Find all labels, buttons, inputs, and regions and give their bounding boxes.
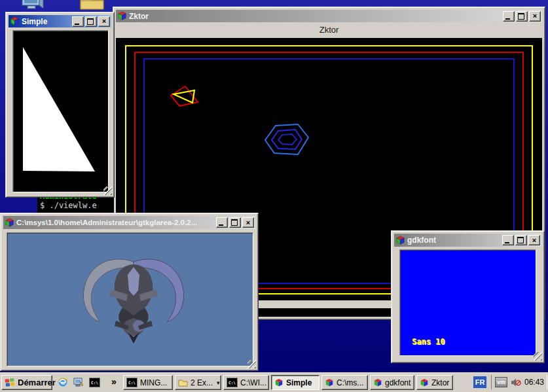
window-title: gdkfont bbox=[407, 236, 500, 245]
taskbar-button-cwi[interactable]: C:\ C:\WI... bbox=[223, 375, 269, 390]
desktop: Zktor × Zktor bbox=[0, 0, 548, 392]
my-computer-icon[interactable] bbox=[20, 0, 45, 10]
msys-viewlw-window: C:\msys\1.0\home\Administrateur\gtkglare… bbox=[0, 213, 259, 371]
taskbar-button-zktor[interactable]: Zktor bbox=[416, 375, 453, 390]
maximize-icon bbox=[517, 237, 524, 243]
close-button[interactable]: × bbox=[242, 217, 254, 228]
maximize-button[interactable] bbox=[516, 11, 528, 22]
taskbar-button-label: 2 Ex... bbox=[191, 378, 213, 387]
close-button[interactable]: × bbox=[528, 235, 540, 245]
minimize-icon bbox=[505, 242, 509, 243]
minimize-button[interactable] bbox=[502, 235, 514, 245]
gtk-app-icon bbox=[395, 236, 405, 245]
zktor-game-title-label: Zktor bbox=[116, 22, 542, 38]
taskbar-clock[interactable]: 06:43 bbox=[524, 378, 544, 387]
taskbar-button-label: MING... bbox=[140, 378, 167, 387]
taskbar-button-label: Zktor bbox=[431, 378, 449, 387]
taskbar: Démarrer C:\ » C:\ bbox=[0, 372, 548, 392]
gtk-app-icon bbox=[373, 378, 382, 387]
minimize-icon bbox=[219, 224, 223, 226]
terminal-prompt-line: $ ./viewlw.e bbox=[40, 201, 97, 210]
taskbar-button-label: Simple bbox=[286, 378, 312, 387]
gtk-app-icon bbox=[274, 378, 283, 387]
maximize-icon bbox=[87, 18, 94, 25]
command-prompt-icon: C:\ bbox=[126, 378, 137, 387]
window-title: C:\msys\1.0\home\Administrateur\gtkglare… bbox=[16, 219, 214, 226]
resize-grip[interactable] bbox=[534, 352, 542, 361]
resize-grip[interactable] bbox=[247, 360, 256, 368]
taskbar-button-simple[interactable]: Simple bbox=[271, 375, 320, 390]
gdkfont-window: gdkfont × Sans 10 bbox=[391, 230, 545, 363]
gtk-app-icon bbox=[325, 378, 334, 387]
close-button[interactable]: × bbox=[98, 16, 110, 27]
maximize-icon bbox=[231, 219, 238, 226]
simple-window: Simple × bbox=[5, 12, 115, 198]
desktop-folder-icon[interactable] bbox=[79, 0, 105, 10]
gtk-app-icon bbox=[10, 16, 20, 26]
taskbar-button-ming[interactable]: C:\ MING... bbox=[123, 375, 173, 390]
taskbar-button-label: gdkfont bbox=[385, 378, 411, 387]
gtk-app-icon bbox=[117, 11, 127, 21]
quick-launch-bar: C:\ bbox=[58, 377, 100, 387]
taskbar-button-gdkfont[interactable]: gdkfont bbox=[370, 375, 414, 390]
viewlw-3d-model bbox=[71, 253, 196, 344]
close-button[interactable]: × bbox=[529, 11, 541, 22]
chevron-down-icon: ▾ bbox=[217, 380, 220, 386]
folder-icon bbox=[178, 379, 188, 387]
simple-gl-canvas[interactable] bbox=[12, 30, 109, 192]
gtk-app-icon bbox=[5, 218, 14, 228]
white-triangle-shape bbox=[13, 31, 107, 190]
window-title: Zktor bbox=[129, 12, 501, 21]
viewlw-gl-canvas[interactable] bbox=[7, 232, 253, 366]
gtk-app-icon bbox=[420, 378, 429, 387]
command-prompt-icon[interactable]: C:\ bbox=[89, 378, 100, 387]
minimize-icon bbox=[505, 18, 510, 20]
msys-titlebar[interactable]: C:\msys\1.0\home\Administrateur\gtkglare… bbox=[3, 216, 255, 229]
start-button-label: Démarrer bbox=[18, 378, 56, 387]
minimize-button[interactable] bbox=[503, 11, 515, 22]
maximize-button[interactable] bbox=[85, 16, 97, 27]
taskbar-button-explorer-group[interactable]: 2 Ex... ▾ bbox=[175, 375, 221, 390]
close-icon: × bbox=[246, 219, 250, 226]
taskbar-button-cms[interactable]: C:\ms... bbox=[321, 375, 368, 390]
maximize-button[interactable] bbox=[229, 217, 241, 228]
taskbar-button-label: C:\ms... bbox=[337, 378, 363, 387]
command-prompt-icon: C:\ bbox=[227, 378, 238, 387]
language-indicator[interactable]: FR bbox=[473, 376, 486, 388]
system-tray: vm 06:43 bbox=[491, 375, 547, 389]
simple-titlebar[interactable]: Simple × bbox=[9, 15, 111, 27]
close-icon: × bbox=[533, 12, 537, 20]
window-title: Simple bbox=[22, 17, 70, 26]
zktor-enemy-hexagons bbox=[264, 122, 310, 157]
zktor-titlebar[interactable]: Zktor × bbox=[116, 10, 542, 22]
vmware-tray-icon[interactable]: vm bbox=[495, 377, 507, 387]
start-button[interactable]: Démarrer bbox=[1, 375, 52, 390]
maximize-button[interactable] bbox=[515, 235, 527, 245]
maximize-icon bbox=[518, 13, 524, 20]
resize-grip[interactable] bbox=[103, 187, 112, 195]
minimize-button[interactable] bbox=[72, 16, 84, 27]
windows-logo-icon bbox=[5, 378, 15, 387]
internet-explorer-icon[interactable] bbox=[58, 377, 68, 387]
gdkfont-titlebar[interactable]: gdkfont × bbox=[394, 234, 541, 247]
close-icon: × bbox=[532, 237, 536, 244]
zktor-player-ship bbox=[169, 84, 199, 108]
font-sample-text: Sans 10 bbox=[412, 337, 445, 346]
minimize-icon bbox=[75, 24, 79, 25]
quick-launch-overflow-chevron[interactable]: » bbox=[111, 376, 117, 387]
gdkfont-gl-canvas[interactable]: Sans 10 bbox=[399, 249, 536, 356]
show-desktop-icon[interactable] bbox=[73, 378, 84, 387]
close-icon: × bbox=[102, 18, 106, 25]
minimize-button[interactable] bbox=[216, 217, 228, 228]
taskbar-button-label: C:\WI... bbox=[240, 378, 266, 387]
volume-muted-icon[interactable] bbox=[511, 378, 521, 387]
